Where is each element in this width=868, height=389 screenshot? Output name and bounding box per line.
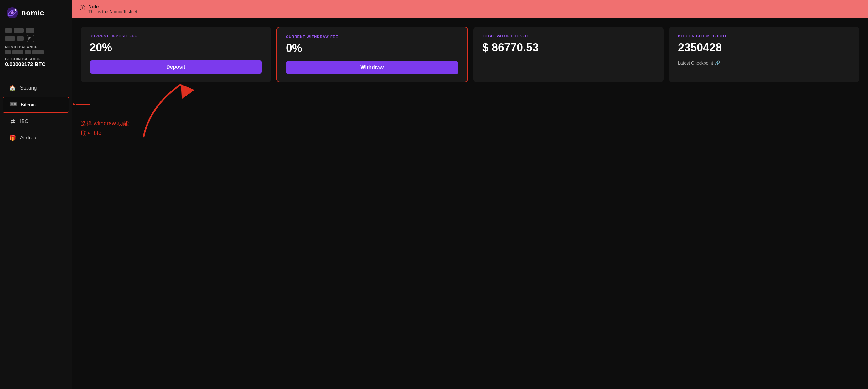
wallet-block-5 (17, 36, 24, 41)
tvl-label: TOTAL VALUE LOCKED (482, 34, 655, 38)
deposit-fee-card: CURRENT DEPOSIT FEE 20% Deposit (81, 27, 271, 82)
sidebar-item-airdrop[interactable]: 🎁 Airdrop (2, 130, 69, 145)
annotation-text-block: 选择 withdraw 功能 取回 btc (81, 119, 129, 138)
withdraw-button[interactable]: Withdraw (286, 61, 458, 74)
annotation-area: 选择 withdraw 功能 取回 btc (81, 94, 859, 156)
nomic-balance-label: NOMIC BALANCE (5, 45, 67, 49)
wallet-address-row-2 (5, 35, 67, 42)
annotation-line1: 选择 withdraw 功能 (81, 119, 129, 128)
svg-point-8 (14, 103, 16, 105)
svg-point-3 (15, 9, 17, 11)
tvl-card: TOTAL VALUE LOCKED $ 86770.53 (473, 27, 663, 82)
ibc-label: IBC (20, 119, 29, 124)
sidebar-item-staking[interactable]: 🏠 Staking (2, 81, 69, 95)
bitcoin-balance-value: 0.00003172 BTC (5, 61, 67, 68)
wallet-section: NOMIC BALANCE BITCOIN BALANCE 0.00003172… (0, 24, 72, 73)
annotation-arrow-svg (118, 81, 244, 144)
bitcoin-balance-label: BITCOIN BALANCE (5, 57, 67, 61)
withdraw-fee-card: CURRENT WITHDRAW FEE 0% Withdraw (277, 27, 468, 82)
staking-label: Staking (20, 85, 37, 91)
svg-rect-4 (29, 37, 32, 39)
ibc-icon: ⇄ (9, 118, 16, 125)
checkpoint-label: Latest Checkpoint (678, 60, 713, 65)
block-height-value: 2350428 (678, 41, 850, 54)
notice-icon: ⓘ (80, 4, 85, 11)
bitcoin-icon (9, 101, 17, 108)
withdraw-fee-label: CURRENT WITHDRAW FEE (286, 35, 458, 38)
notice-subtitle: This is the Nomic Testnet (88, 9, 137, 14)
airdrop-label: Airdrop (20, 135, 36, 141)
logo-text: nomic (21, 8, 44, 17)
deposit-button[interactable]: Deposit (90, 60, 262, 73)
logo-area: nomic (0, 0, 72, 24)
wallet-block-4 (5, 36, 15, 41)
link-icon: 🔗 (715, 60, 720, 65)
dashboard: CURRENT DEPOSIT FEE 20% Deposit CURRENT … (72, 18, 868, 389)
wallet-block-2 (14, 28, 24, 33)
withdraw-fee-value: 0% (286, 42, 458, 55)
notice-banner: ⓘ Note This is the Nomic Testnet (72, 0, 868, 18)
sidebar-item-bitcoin[interactable]: Bitcoin (2, 97, 69, 113)
staking-icon: 🏠 (9, 85, 16, 91)
notice-title: Note (88, 4, 137, 9)
airdrop-icon: 🎁 (9, 134, 16, 141)
logo-icon (6, 7, 18, 19)
sidebar: nomic NOMIC BALANCE BITCOIN BALANCE (0, 0, 72, 389)
deposit-fee-value: 20% (90, 41, 262, 54)
sidebar-divider (0, 75, 72, 76)
deposit-fee-label: CURRENT DEPOSIT FEE (90, 34, 262, 38)
copy-address-button[interactable] (27, 35, 34, 42)
main-content: ⓘ Note This is the Nomic Testnet CURRENT… (72, 0, 868, 389)
sidebar-nav: 🏠 Staking Bitcoin (0, 77, 72, 389)
block-height-card: BITCOIN BLOCK HEIGHT 2350428 Latest Chec… (669, 27, 859, 82)
annotation-line2: 取回 btc (81, 128, 129, 138)
nomic-balance-value (5, 50, 67, 55)
sidebar-item-ibc[interactable]: ⇄ IBC (2, 114, 69, 129)
svg-rect-5 (29, 37, 31, 40)
bitcoin-label: Bitcoin (21, 102, 36, 108)
tvl-value: $ 86770.53 (482, 41, 655, 54)
stats-row: CURRENT DEPOSIT FEE 20% Deposit CURRENT … (81, 27, 859, 82)
block-height-label: BITCOIN BLOCK HEIGHT (678, 34, 850, 38)
svg-rect-7 (11, 103, 13, 105)
wallet-block-1 (5, 28, 12, 33)
notice-text: Note This is the Nomic Testnet (88, 4, 137, 14)
wallet-block-3 (26, 28, 34, 33)
checkpoint-link[interactable]: Latest Checkpoint 🔗 (678, 60, 850, 65)
wallet-address-row (5, 28, 67, 33)
svg-point-2 (11, 11, 14, 14)
